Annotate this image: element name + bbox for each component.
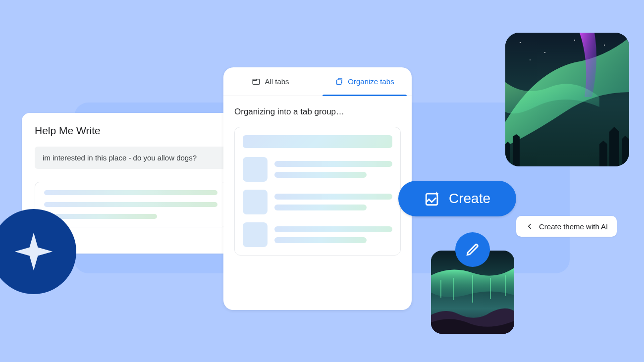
svg-point-5 [544, 52, 545, 53]
tab-organize-tabs[interactable]: Organize tabs [318, 67, 412, 96]
tab-label: Organize tabs [348, 77, 394, 86]
svg-rect-2 [426, 194, 437, 205]
tabs-icon [252, 77, 261, 86]
organize-tabs-card: All tabs Organize tabs Organizing into a… [223, 67, 412, 310]
tab-row-skeleton [243, 222, 392, 247]
organize-heading: Organizing into a tab group… [234, 107, 401, 117]
svg-point-6 [604, 45, 605, 46]
sparkle-icon [11, 229, 56, 274]
tab-all-tabs[interactable]: All tabs [223, 67, 318, 96]
theme-chip-label: Create theme with AI [539, 222, 608, 231]
skeleton-line [44, 202, 217, 207]
svg-point-7 [574, 40, 575, 41]
organize-icon [335, 77, 344, 86]
tab-row-skeleton [243, 190, 392, 214]
tab-row-skeleton [243, 157, 392, 182]
create-theme-chip[interactable]: Create theme with AI [516, 216, 617, 237]
help-me-write-title: Help Me Write [35, 125, 227, 137]
group-title-skeleton [243, 135, 392, 148]
favicon-skeleton [243, 190, 268, 214]
image-sparkle-icon [424, 190, 441, 207]
tab-group-skeleton [234, 127, 401, 256]
create-button-label: Create [449, 191, 490, 207]
help-me-write-input[interactable]: im interested in this place - do you all… [35, 147, 227, 169]
aurora-image-icon [505, 33, 629, 166]
skeleton-line [44, 214, 157, 219]
theme-preview-large [505, 33, 629, 166]
edit-theme-button[interactable] [455, 232, 490, 267]
pencil-icon [465, 242, 481, 258]
tab-strip: All tabs Organize tabs [223, 67, 412, 96]
arrow-left-icon [525, 222, 534, 231]
tab-label: All tabs [265, 77, 289, 86]
skeleton-line [44, 190, 217, 195]
svg-point-8 [530, 59, 531, 60]
svg-point-4 [520, 42, 521, 43]
favicon-skeleton [243, 157, 268, 182]
create-button[interactable]: Create [398, 181, 516, 216]
suggestion-skeleton [35, 182, 227, 227]
favicon-skeleton [243, 222, 268, 247]
svg-rect-1 [337, 80, 341, 84]
